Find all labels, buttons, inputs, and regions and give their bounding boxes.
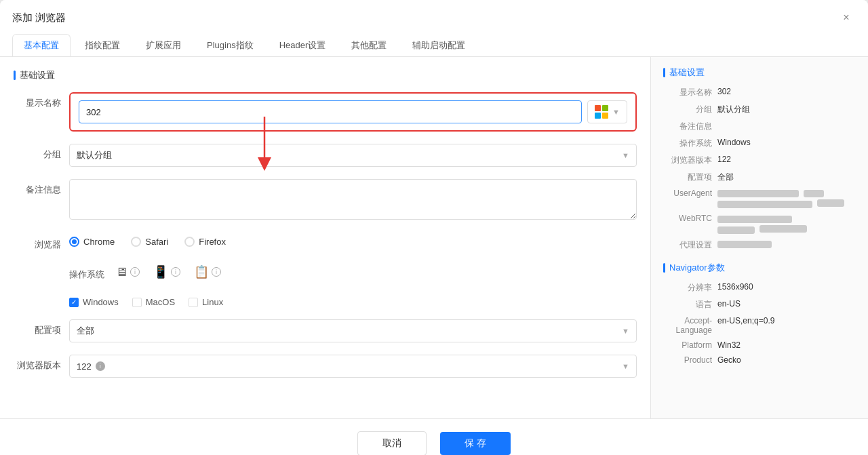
- display-name-label: 显示名称: [14, 92, 61, 109]
- tab-fingerprint-config[interactable]: 指纹配置: [73, 34, 132, 56]
- tab-basic-config[interactable]: 基本配置: [12, 34, 71, 56]
- desktop-icon: 🖥: [115, 265, 127, 279]
- webrtc-blurred-1: [717, 216, 792, 223]
- windows-color-icon: [595, 105, 608, 119]
- right-proxy-value: [717, 239, 856, 249]
- save-button[interactable]: 保 存: [440, 432, 511, 455]
- right-product-row: Product Gecko: [663, 355, 856, 365]
- note-control: [69, 179, 637, 222]
- config-value: 全部: [77, 325, 94, 337]
- os-windows[interactable]: ✓ Windows: [69, 297, 119, 307]
- right-note-label: 备注信息: [663, 121, 717, 132]
- group-select[interactable]: 默认分组 ▼: [69, 144, 637, 167]
- desktop-info-icon[interactable]: i: [130, 267, 140, 277]
- proxy-blurred: [717, 241, 772, 248]
- linux-checkbox: [189, 298, 198, 307]
- os-row-header: 操作系统 🖥 i 📱 i 📋 i: [69, 263, 221, 286]
- cancel-button[interactable]: 取消: [357, 431, 427, 455]
- config-control: 全部 ▼: [69, 319, 637, 342]
- tablet-info-icon[interactable]: i: [171, 267, 180, 277]
- color-picker-chevron: ▼: [612, 108, 620, 116]
- right-accept-lang-row: Accept-Language en-US,en;q=0.9: [663, 316, 856, 335]
- browser-safari[interactable]: Safari: [131, 237, 168, 247]
- os-icons-row: 🖥 i 📱 i 📋 i: [115, 263, 221, 279]
- right-language-value: en-US: [717, 299, 856, 309]
- browser-label: 浏览器: [14, 234, 61, 251]
- tab-launch-config[interactable]: 辅助启动配置: [401, 34, 477, 56]
- dialog-title: 添加 浏览器: [12, 12, 66, 24]
- config-select[interactable]: 全部 ▼: [69, 319, 637, 342]
- right-platform-row: Platform Win32: [663, 340, 856, 350]
- tabs-bar: 基本配置 指纹配置 扩展应用 Plugins指纹 Header设置 其他配置 辅…: [0, 27, 868, 57]
- browser-version-row: 浏览器版本 122 i ▼: [14, 355, 637, 378]
- safari-radio-circle: [131, 237, 141, 247]
- right-group-label: 分组: [663, 104, 717, 115]
- right-accept-lang-value: en-US,en;q=0.9: [717, 316, 856, 325]
- note-textarea[interactable]: [69, 179, 637, 220]
- close-button[interactable]: ×: [837, 8, 856, 27]
- browser-chrome[interactable]: Chrome: [69, 237, 115, 247]
- display-name-control: ▼: [69, 92, 637, 132]
- config-row: 配置项 全部 ▼: [14, 319, 637, 342]
- color-picker-button[interactable]: ▼: [587, 100, 627, 123]
- windows-checkbox: ✓: [69, 298, 79, 307]
- os-row: 操作系统 🖥 i 📱 i 📋 i: [14, 263, 637, 307]
- note-row: 备注信息: [14, 179, 637, 222]
- right-proxy-row: 代理设置: [663, 239, 856, 251]
- browser-firefox[interactable]: Firefox: [184, 237, 226, 247]
- os-macos[interactable]: MacOS: [132, 297, 175, 307]
- right-config-value: 全部: [717, 172, 856, 183]
- right-config-row: 配置项 全部: [663, 172, 856, 183]
- chrome-radio-circle: [69, 237, 79, 247]
- right-resolution-value: 1536x960: [717, 282, 856, 292]
- firefox-label: Firefox: [199, 237, 226, 247]
- tab-plugins[interactable]: Plugins指纹: [195, 34, 265, 56]
- tab-other-config[interactable]: 其他配置: [340, 34, 398, 56]
- right-group-value: 默认分组: [717, 104, 856, 115]
- right-proxy-label: 代理设置: [663, 239, 717, 251]
- right-navigator-title: Navigator参数: [663, 262, 856, 274]
- left-panel: 基础设置 显示名称 ▼: [0, 57, 651, 418]
- browser-radio-group: Chrome Safari Firefox: [69, 234, 637, 247]
- note-label: 备注信息: [14, 179, 61, 196]
- mobile-info-icon[interactable]: i: [212, 267, 221, 277]
- tablet-icon: 📱: [153, 264, 168, 279]
- browser-version-select[interactable]: 122 i ▼: [69, 355, 637, 378]
- useragent-blurred-4: [817, 199, 844, 207]
- right-browser-version-value: 122: [717, 155, 856, 164]
- display-name-input[interactable]: [79, 100, 582, 123]
- basic-settings-title: 基础设置: [14, 69, 637, 81]
- useragent-blurred-3: [717, 201, 812, 208]
- right-useragent-row: UserAgent: [663, 189, 856, 208]
- right-display-name-value: 302: [717, 87, 856, 96]
- firefox-radio-circle: [184, 237, 195, 247]
- os-checkbox-group: ✓ Windows MacOS Linux: [69, 296, 223, 307]
- tab-extensions[interactable]: 扩展应用: [134, 34, 193, 56]
- main-content: 基础设置 显示名称 ▼: [0, 57, 868, 418]
- right-product-value: Gecko: [717, 355, 856, 365]
- right-language-row: 语言 en-US: [663, 299, 856, 311]
- right-webrtc-value: [717, 214, 856, 233]
- version-info-badge: i: [96, 361, 105, 371]
- right-os-value: Windows: [717, 138, 856, 147]
- right-platform-label: Platform: [663, 340, 717, 350]
- display-name-highlight-box: ▼: [69, 92, 637, 132]
- linux-label: Linux: [202, 297, 223, 307]
- right-useragent-label: UserAgent: [663, 189, 717, 198]
- right-resolution-row: 分辨率 1536x960: [663, 282, 856, 294]
- right-language-label: 语言: [663, 299, 717, 311]
- right-useragent-value: [717, 189, 856, 208]
- right-product-label: Product: [663, 355, 717, 365]
- group-control: 默认分组 ▼: [69, 144, 637, 167]
- windows-label: Windows: [83, 297, 119, 307]
- os-linux[interactable]: Linux: [189, 297, 223, 307]
- right-browser-version-label: 浏览器版本: [663, 155, 717, 166]
- webrtc-blurred-2: [717, 226, 755, 234]
- browser-version-value-wrap: 122 i: [77, 361, 105, 372]
- tab-header[interactable]: Header设置: [268, 34, 338, 56]
- browser-version-control: 122 i ▼: [69, 355, 637, 378]
- title-bar: 添加 浏览器 ×: [0, 0, 868, 27]
- useragent-blurred-1: [717, 190, 799, 197]
- right-group-row: 分组 默认分组: [663, 104, 856, 115]
- right-config-label: 配置项: [663, 172, 717, 183]
